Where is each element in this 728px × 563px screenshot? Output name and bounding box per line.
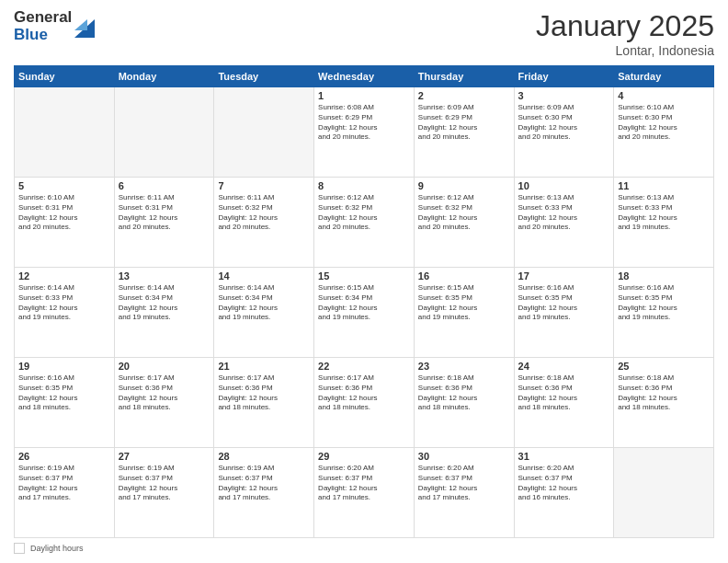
- week-row-4: 26Sunrise: 6:19 AM Sunset: 6:37 PM Dayli…: [15, 448, 714, 538]
- week-row-1: 5Sunrise: 6:10 AM Sunset: 6:31 PM Daylig…: [15, 178, 714, 268]
- day-number: 2: [418, 90, 510, 101]
- day-info: Sunrise: 6:15 AM Sunset: 6:34 PM Dayligh…: [318, 283, 410, 323]
- logo-blue-text: Blue: [14, 27, 72, 44]
- calendar-cell: 15Sunrise: 6:15 AM Sunset: 6:34 PM Dayli…: [314, 268, 415, 358]
- day-number: 15: [318, 270, 410, 282]
- calendar-cell: 17Sunrise: 6:16 AM Sunset: 6:35 PM Dayli…: [514, 268, 614, 358]
- day-number: 28: [218, 451, 310, 462]
- calendar-cell: 2Sunrise: 6:09 AM Sunset: 6:29 PM Daylig…: [414, 87, 514, 178]
- day-info: Sunrise: 6:16 AM Sunset: 6:35 PM Dayligh…: [618, 283, 710, 323]
- footer-row: Daylight hours: [14, 543, 714, 554]
- calendar-table: SundayMondayTuesdayWednesdayThursdayFrid…: [14, 65, 714, 538]
- calendar-cell: 9Sunrise: 6:12 AM Sunset: 6:32 PM Daylig…: [414, 178, 514, 268]
- calendar-cell: 24Sunrise: 6:18 AM Sunset: 6:36 PM Dayli…: [514, 358, 614, 448]
- calendar-cell: 10Sunrise: 6:13 AM Sunset: 6:33 PM Dayli…: [514, 178, 614, 268]
- calendar-cell: [614, 448, 714, 538]
- day-number: 31: [518, 451, 610, 462]
- week-row-3: 19Sunrise: 6:16 AM Sunset: 6:35 PM Dayli…: [15, 358, 714, 448]
- day-number: 21: [218, 361, 310, 372]
- calendar-cell: [214, 87, 314, 178]
- calendar-cell: 6Sunrise: 6:11 AM Sunset: 6:31 PM Daylig…: [114, 178, 214, 268]
- day-info: Sunrise: 6:19 AM Sunset: 6:37 PM Dayligh…: [119, 464, 210, 503]
- day-number: 4: [618, 90, 710, 101]
- day-number: 25: [618, 361, 710, 372]
- calendar-cell: 31Sunrise: 6:20 AM Sunset: 6:37 PM Dayli…: [514, 448, 614, 538]
- day-number: 9: [418, 180, 510, 191]
- day-info: Sunrise: 6:08 AM Sunset: 6:29 PM Dayligh…: [318, 103, 410, 143]
- calendar-cell: 26Sunrise: 6:19 AM Sunset: 6:37 PM Dayli…: [15, 448, 115, 538]
- day-number: 14: [218, 270, 310, 282]
- calendar-cell: 16Sunrise: 6:15 AM Sunset: 6:35 PM Dayli…: [414, 268, 514, 358]
- week-row-0: 1Sunrise: 6:08 AM Sunset: 6:29 PM Daylig…: [15, 87, 714, 178]
- calendar-cell: 27Sunrise: 6:19 AM Sunset: 6:37 PM Dayli…: [114, 448, 214, 538]
- week-row-2: 12Sunrise: 6:14 AM Sunset: 6:33 PM Dayli…: [15, 268, 714, 358]
- day-info: Sunrise: 6:11 AM Sunset: 6:32 PM Dayligh…: [218, 193, 310, 233]
- calendar-cell: 21Sunrise: 6:17 AM Sunset: 6:36 PM Dayli…: [214, 358, 314, 448]
- day-info: Sunrise: 6:14 AM Sunset: 6:33 PM Dayligh…: [18, 283, 110, 323]
- logo-icon: [74, 12, 95, 38]
- header: General Blue January 2025 Lontar, Indone…: [14, 9, 714, 58]
- day-info: Sunrise: 6:16 AM Sunset: 6:35 PM Dayligh…: [18, 373, 110, 413]
- calendar-cell: [15, 87, 115, 178]
- day-number: 13: [119, 270, 210, 282]
- day-number: 17: [518, 270, 610, 282]
- day-number: 30: [418, 451, 510, 462]
- day-info: Sunrise: 6:13 AM Sunset: 6:33 PM Dayligh…: [618, 193, 710, 233]
- calendar-cell: 28Sunrise: 6:19 AM Sunset: 6:37 PM Dayli…: [214, 448, 314, 538]
- day-info: Sunrise: 6:20 AM Sunset: 6:37 PM Dayligh…: [518, 464, 610, 503]
- day-info: Sunrise: 6:12 AM Sunset: 6:32 PM Dayligh…: [418, 193, 510, 233]
- day-info: Sunrise: 6:12 AM Sunset: 6:32 PM Dayligh…: [318, 193, 410, 233]
- page: General Blue January 2025 Lontar, Indone…: [0, 0, 728, 563]
- weekday-header-friday: Friday: [514, 66, 614, 87]
- daylight-label: Daylight hours: [30, 544, 84, 553]
- calendar-cell: 1Sunrise: 6:08 AM Sunset: 6:29 PM Daylig…: [314, 87, 415, 178]
- calendar-cell: 20Sunrise: 6:17 AM Sunset: 6:36 PM Dayli…: [114, 358, 214, 448]
- day-number: 29: [318, 451, 410, 462]
- day-number: 8: [318, 180, 410, 191]
- title-block: January 2025 Lontar, Indonesia: [536, 9, 714, 58]
- calendar-cell: 13Sunrise: 6:14 AM Sunset: 6:34 PM Dayli…: [114, 268, 214, 358]
- day-info: Sunrise: 6:20 AM Sunset: 6:37 PM Dayligh…: [318, 464, 410, 503]
- day-number: 18: [618, 270, 710, 282]
- day-info: Sunrise: 6:20 AM Sunset: 6:37 PM Dayligh…: [418, 464, 510, 503]
- location-subtitle: Lontar, Indonesia: [536, 43, 714, 58]
- day-number: 16: [418, 270, 510, 282]
- day-number: 10: [518, 180, 610, 191]
- day-info: Sunrise: 6:11 AM Sunset: 6:31 PM Dayligh…: [119, 193, 210, 233]
- calendar-cell: 14Sunrise: 6:14 AM Sunset: 6:34 PM Dayli…: [214, 268, 314, 358]
- day-info: Sunrise: 6:19 AM Sunset: 6:37 PM Dayligh…: [18, 464, 110, 503]
- day-number: 23: [418, 361, 510, 372]
- day-number: 19: [18, 361, 110, 372]
- calendar-cell: 18Sunrise: 6:16 AM Sunset: 6:35 PM Dayli…: [614, 268, 714, 358]
- day-info: Sunrise: 6:10 AM Sunset: 6:30 PM Dayligh…: [618, 103, 710, 143]
- day-info: Sunrise: 6:17 AM Sunset: 6:36 PM Dayligh…: [218, 373, 310, 413]
- calendar-cell: 4Sunrise: 6:10 AM Sunset: 6:30 PM Daylig…: [614, 87, 714, 178]
- weekday-header-sunday: Sunday: [15, 66, 115, 87]
- calendar-cell: 12Sunrise: 6:14 AM Sunset: 6:33 PM Dayli…: [15, 268, 115, 358]
- day-number: 20: [119, 361, 210, 372]
- logo-general-text: General: [14, 9, 72, 27]
- day-number: 11: [618, 180, 710, 191]
- weekday-header-tuesday: Tuesday: [214, 66, 314, 87]
- day-info: Sunrise: 6:18 AM Sunset: 6:36 PM Dayligh…: [418, 373, 510, 413]
- day-info: Sunrise: 6:16 AM Sunset: 6:35 PM Dayligh…: [518, 283, 610, 323]
- calendar-cell: 30Sunrise: 6:20 AM Sunset: 6:37 PM Dayli…: [414, 448, 514, 538]
- day-info: Sunrise: 6:18 AM Sunset: 6:36 PM Dayligh…: [618, 373, 710, 413]
- logo: General Blue: [14, 9, 95, 43]
- day-info: Sunrise: 6:17 AM Sunset: 6:36 PM Dayligh…: [318, 373, 410, 413]
- day-info: Sunrise: 6:14 AM Sunset: 6:34 PM Dayligh…: [218, 283, 310, 323]
- day-number: 22: [318, 361, 410, 372]
- day-info: Sunrise: 6:18 AM Sunset: 6:36 PM Dayligh…: [518, 373, 610, 413]
- weekday-header-row: SundayMondayTuesdayWednesdayThursdayFrid…: [15, 66, 714, 87]
- day-info: Sunrise: 6:15 AM Sunset: 6:35 PM Dayligh…: [418, 283, 510, 323]
- weekday-header-thursday: Thursday: [414, 66, 514, 87]
- day-number: 24: [518, 361, 610, 372]
- day-info: Sunrise: 6:13 AM Sunset: 6:33 PM Dayligh…: [518, 193, 610, 233]
- calendar-cell: 11Sunrise: 6:13 AM Sunset: 6:33 PM Dayli…: [614, 178, 714, 268]
- day-info: Sunrise: 6:19 AM Sunset: 6:37 PM Dayligh…: [218, 464, 310, 503]
- day-info: Sunrise: 6:14 AM Sunset: 6:34 PM Dayligh…: [119, 283, 210, 323]
- day-number: 5: [18, 180, 110, 191]
- month-title: January 2025: [536, 9, 714, 43]
- svg-marker-1: [74, 19, 87, 30]
- day-info: Sunrise: 6:17 AM Sunset: 6:36 PM Dayligh…: [119, 373, 210, 413]
